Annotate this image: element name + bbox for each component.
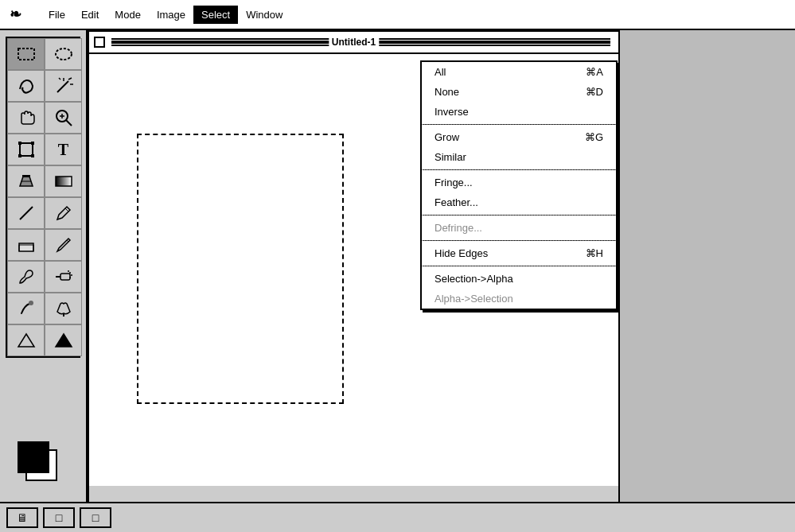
type-icon-label: T	[58, 141, 68, 159]
separator-2	[422, 169, 616, 170]
taskbar-btn-2[interactable]: □	[43, 507, 75, 528]
tool-pen[interactable]	[45, 324, 82, 356]
separator-4	[422, 240, 616, 241]
menu-item-inverse-label: Inverse	[435, 106, 469, 118]
tool-triangle[interactable]	[7, 324, 45, 356]
menu-select[interactable]: Select	[193, 6, 238, 24]
tool-smudge[interactable]	[7, 293, 45, 324]
tool-pencil[interactable]	[45, 229, 82, 261]
desktop: T	[0, 30, 795, 532]
menu-item-feather[interactable]: Feather...	[422, 192, 616, 212]
menu-item-inverse[interactable]: Inverse	[422, 102, 616, 122]
svg-point-1	[56, 49, 72, 60]
menu-item-alpha-sel-label: Alpha->Selection	[435, 293, 513, 305]
tool-airbrush[interactable]	[45, 261, 82, 293]
taskbar-monitor-btn[interactable]: 🖥	[6, 507, 38, 528]
menu-item-defringe: Defringe...	[422, 218, 616, 238]
menu-window[interactable]: Window	[238, 6, 290, 24]
menu-item-grow[interactable]: Grow ⌘G	[422, 127, 616, 147]
svg-rect-13	[31, 142, 34, 145]
svg-line-6	[59, 78, 60, 80]
main-area: Untitled-1 768K ◁ ▷ ▽ ⊡	[88, 30, 795, 532]
svg-line-18	[20, 207, 33, 219]
menu-item-none[interactable]: None ⌘D	[422, 82, 616, 102]
color-swatches	[18, 441, 68, 484]
menu-file[interactable]: File	[41, 6, 73, 24]
tool-hand[interactable]	[7, 102, 45, 134]
menu-item-alpha-to-selection: Alpha->Selection	[422, 289, 616, 309]
tool-type[interactable]: T	[45, 134, 82, 165]
toolbox: T	[0, 30, 88, 532]
select-menu-dropdown: All ⌘A None ⌘D Inverse Grow ⌘G	[420, 60, 618, 310]
menu-item-similar[interactable]: Similar	[422, 147, 616, 167]
svg-marker-30	[18, 334, 34, 347]
menu-item-all[interactable]: All ⌘A	[422, 62, 616, 82]
svg-rect-15	[31, 154, 34, 157]
separator-5	[422, 266, 616, 266]
svg-point-27	[68, 270, 69, 272]
svg-rect-22	[60, 274, 70, 280]
menu-item-sel-alpha-label: Selection->Alpha	[435, 273, 513, 285]
menubar: ❧ File Edit Mode Image Select Window	[0, 0, 795, 30]
tool-eraser[interactable]	[7, 229, 45, 261]
svg-rect-14	[18, 154, 21, 157]
svg-rect-17	[56, 177, 72, 186]
svg-point-28	[29, 301, 33, 305]
svg-line-4	[68, 78, 72, 80]
tool-wand[interactable]	[45, 70, 82, 102]
tool-brush[interactable]	[7, 261, 45, 293]
tool-zoom[interactable]	[45, 102, 82, 134]
tool-grid: T	[6, 37, 80, 358]
tool-dodge[interactable]	[45, 293, 82, 324]
svg-rect-11	[20, 143, 33, 156]
svg-point-25	[71, 274, 72, 276]
menu-item-hide-edges-label: Hide Edges	[435, 247, 488, 259]
tool-gradient[interactable]	[45, 165, 82, 197]
tool-line[interactable]	[7, 197, 45, 229]
menu-item-hide-edges-shortcut: ⌘H	[586, 247, 603, 259]
svg-marker-31	[56, 334, 72, 347]
tool-eyedropper[interactable]	[45, 197, 82, 229]
menu-edit[interactable]: Edit	[73, 6, 107, 24]
svg-rect-0	[18, 49, 34, 60]
menu-item-none-label: None	[435, 86, 459, 98]
menu-mode[interactable]: Mode	[107, 6, 149, 24]
menu-image[interactable]: Image	[149, 6, 193, 24]
svg-line-2	[57, 81, 68, 92]
svg-line-19	[65, 208, 68, 212]
separator-1	[422, 124, 616, 125]
menu-item-all-shortcut: ⌘A	[586, 66, 603, 78]
menu-item-similar-label: Similar	[435, 151, 466, 163]
menu-item-all-label: All	[435, 66, 446, 78]
svg-point-24	[69, 272, 71, 274]
svg-rect-16	[22, 175, 30, 177]
svg-point-26	[69, 277, 71, 278]
separator-3	[422, 215, 616, 216]
menu-item-fringe[interactable]: Fringe...	[422, 173, 616, 192]
svg-line-8	[66, 120, 72, 126]
menu-item-none-shortcut: ⌘D	[586, 86, 603, 98]
tool-ellipse-marquee[interactable]	[45, 38, 82, 70]
menu-item-selection-to-alpha[interactable]: Selection->Alpha	[422, 269, 616, 289]
foreground-swatch-black[interactable]	[18, 441, 49, 473]
tool-crop[interactable]	[7, 134, 45, 165]
apple-menu[interactable]: ❧	[3, 6, 28, 23]
menu-item-grow-label: Grow	[435, 131, 459, 143]
menu-item-defringe-label: Defringe...	[435, 222, 482, 234]
menu-item-fringe-label: Fringe...	[435, 177, 473, 188]
menu-item-grow-shortcut: ⌘G	[585, 131, 603, 143]
svg-rect-12	[18, 142, 21, 145]
dropdown-overlay: All ⌘A None ⌘D Inverse Grow ⌘G	[88, 30, 795, 532]
menu-item-feather-label: Feather...	[435, 196, 478, 208]
tool-marquee[interactable]	[7, 38, 45, 70]
tool-paint-bucket[interactable]	[7, 165, 45, 197]
svg-line-21	[67, 240, 68, 242]
tool-lasso[interactable]	[7, 70, 45, 102]
menu-item-hide-edges[interactable]: Hide Edges ⌘H	[422, 243, 616, 263]
